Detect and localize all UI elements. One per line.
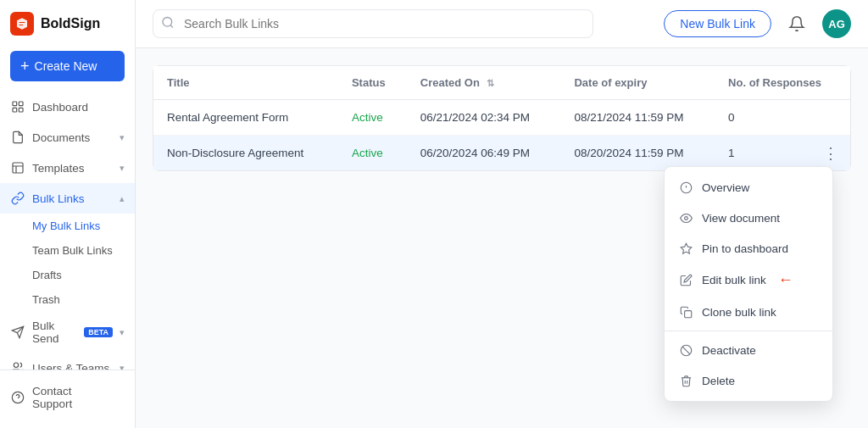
edit-icon [678, 273, 693, 288]
row-actions-button[interactable]: ⋮ [818, 141, 843, 166]
context-item-deactivate[interactable]: Deactivate [665, 335, 832, 365]
context-item-pin-dashboard[interactable]: Pin to dashboard [665, 233, 832, 264]
row1-responses: 0 [715, 100, 850, 136]
users-teams-label: Users & Teams [32, 362, 113, 370]
sidebar-item-users-teams[interactable]: Users & Teams ▾ [0, 353, 135, 370]
search-area [153, 9, 593, 38]
svg-line-20 [682, 347, 690, 354]
logo-icon [10, 12, 34, 36]
row1-expiry: 08/21/2024 11:59 PM [560, 100, 715, 136]
bulk-send-icon [10, 325, 25, 340]
sub-drafts[interactable]: Drafts [32, 263, 135, 287]
sidebar-item-templates[interactable]: Templates ▾ [0, 153, 135, 183]
svg-rect-0 [13, 102, 17, 106]
sort-icon: ⇅ [487, 78, 494, 88]
bulk-send-chevron: ▾ [120, 327, 125, 338]
user-avatar[interactable]: AG [822, 9, 851, 38]
sub-trash[interactable]: Trash [32, 287, 135, 312]
logo-area: BoldSign [0, 0, 135, 47]
templates-icon [10, 160, 25, 175]
col-created-on[interactable]: Created On ⇅ [407, 66, 561, 100]
pin-icon [678, 241, 693, 256]
col-responses: No. of Responses [715, 66, 850, 100]
sidebar-item-documents[interactable]: Documents ▾ [0, 122, 135, 153]
search-icon [161, 16, 175, 32]
row2-expiry: 08/20/2024 11:59 PM [560, 136, 715, 171]
svg-line-13 [170, 25, 173, 28]
context-item-edit-bulk-link[interactable]: Edit bulk link ← [665, 264, 832, 297]
sub-my-bulk-links[interactable]: My Bulk Links [32, 214, 135, 238]
sidebar-item-bulk-links[interactable]: Bulk Links ▴ [0, 183, 135, 214]
row2-responses: 1 ⋮ [715, 136, 850, 171]
topbar: New Bulk Link AG [136, 0, 868, 48]
clone-bulk-link-label: Clone bulk link [702, 306, 776, 319]
col-title: Title [153, 66, 338, 100]
table-row: Rental Agreement Form Active 06/21/2024 … [153, 100, 850, 136]
delete-label: Delete [702, 375, 735, 387]
context-item-view-document[interactable]: View document [665, 203, 832, 233]
contact-support-item[interactable]: Contact Support [10, 377, 125, 418]
create-new-label: Create New [35, 59, 97, 73]
svg-rect-1 [19, 102, 23, 106]
svg-point-10 [12, 392, 23, 403]
row1-title: Rental Agreement Form [153, 100, 338, 136]
context-item-clone-bulk-link[interactable]: Clone bulk link [665, 297, 832, 327]
svg-point-17 [684, 216, 687, 220]
documents-icon [10, 130, 25, 145]
plus-icon: + [20, 58, 30, 74]
trash-icon [678, 373, 693, 388]
dashboard-label: Dashboard [32, 101, 125, 114]
support-icon [10, 390, 25, 405]
svg-point-12 [163, 18, 172, 27]
edit-bulk-link-label: Edit bulk link [702, 274, 766, 286]
templates-chevron: ▾ [120, 163, 125, 174]
new-bulk-link-button[interactable]: New Bulk Link [664, 10, 771, 37]
sub-team-bulk-links[interactable]: Team Bulk Links [32, 238, 135, 263]
table-row: Non-Disclosure Agreement Active 06/20/20… [153, 136, 850, 171]
users-teams-chevron: ▾ [120, 363, 125, 370]
row2-status: Active [338, 136, 407, 171]
svg-rect-4 [13, 163, 23, 173]
row2-title: Non-Disclosure Agreement [153, 136, 338, 171]
bulk-links-table: Title Status Created On ⇅ Date of expiry… [153, 66, 850, 170]
svg-rect-18 [684, 310, 691, 317]
pin-dashboard-label: Pin to dashboard [702, 242, 788, 255]
bulk-links-chevron: ▴ [120, 193, 125, 204]
sidebar-item-dashboard[interactable]: Dashboard [0, 92, 135, 122]
clone-icon [678, 304, 693, 320]
eye-icon [678, 210, 693, 225]
row2-created: 06/20/2024 06:49 PM [407, 136, 561, 171]
main-content: New Bulk Link AG Title Status Created On… [136, 0, 868, 428]
col-expiry: Date of expiry [560, 66, 715, 100]
svg-point-7 [14, 363, 18, 367]
sidebar-bottom: Contact Support [0, 370, 135, 428]
page-content: Title Status Created On ⇅ Date of expiry… [136, 48, 868, 428]
view-document-label: View document [702, 212, 780, 225]
bulk-links-icon [10, 191, 25, 206]
logo-text: BoldSign [41, 16, 100, 31]
table-header-row: Title Status Created On ⇅ Date of expiry… [153, 66, 850, 100]
svg-rect-3 [19, 108, 23, 112]
menu-separator [665, 331, 832, 331]
dashboard-icon [10, 99, 25, 114]
context-menu: Overview View document Pin to dashboard [664, 166, 833, 402]
notifications-button[interactable] [782, 8, 812, 39]
templates-label: Templates [32, 162, 113, 175]
info-icon [678, 180, 693, 195]
bulk-send-label: Bulk Send [32, 320, 74, 345]
col-status: Status [338, 66, 407, 100]
deactivate-icon [678, 342, 693, 358]
bulk-links-submenu: My Bulk Links Team Bulk Links Drafts Tra… [0, 214, 135, 312]
search-input[interactable] [153, 9, 593, 38]
sidebar-item-bulk-send[interactable]: Bulk Send BETA ▾ [0, 312, 135, 353]
users-icon [10, 360, 25, 370]
context-item-overview[interactable]: Overview [665, 172, 832, 203]
beta-badge: BETA [84, 327, 113, 337]
documents-chevron: ▾ [120, 132, 125, 143]
overview-label: Overview [702, 181, 749, 194]
context-item-delete[interactable]: Delete [665, 365, 832, 396]
create-new-button[interactable]: + Create New [10, 51, 125, 81]
svg-rect-2 [13, 108, 17, 112]
documents-label: Documents [32, 131, 113, 144]
sidebar: BoldSign + Create New Dashboard Document… [0, 0, 136, 428]
